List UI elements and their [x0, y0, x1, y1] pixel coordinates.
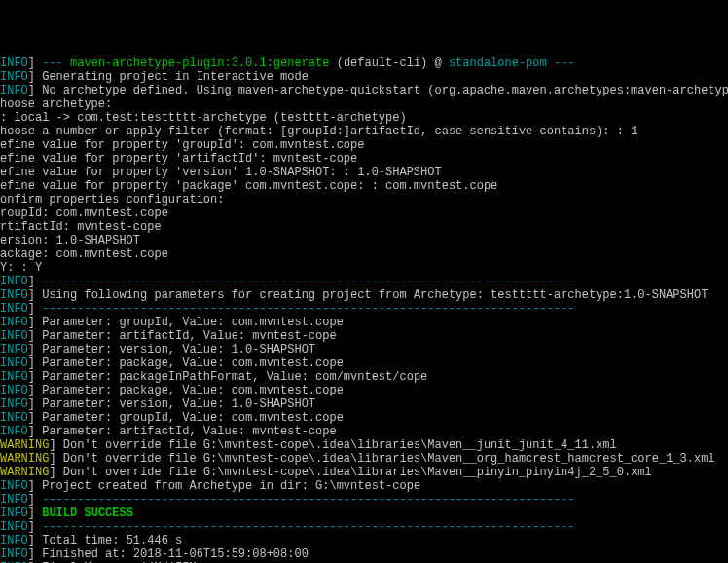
- terminal-output[interactable]: INFO] --- maven-archetype-plugin:3.0.1:g…: [0, 56, 728, 563]
